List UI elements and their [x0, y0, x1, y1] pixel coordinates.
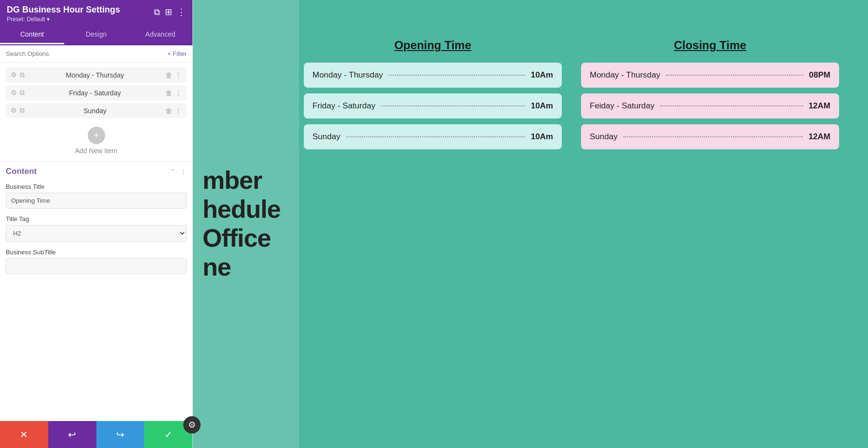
panel-header-text: DG Business Hour Settings Preset: Defaul… [7, 5, 120, 23]
copy-icon[interactable]: ⧉ [20, 71, 25, 79]
filter-button[interactable]: + Filter [167, 50, 187, 57]
tab-advanced[interactable]: Advanced [128, 26, 192, 44]
items-list: ⚙ ⧉ Monday - Thursday 🗑 ⋮ ⚙ ⧉ Friday - S… [0, 63, 192, 118]
list-item: ⚙ ⧉ Monday - Thursday 🗑 ⋮ [6, 67, 187, 82]
gear-icon[interactable]: ⚙ [11, 106, 17, 115]
content-section-title: Content [6, 167, 37, 176]
undo-button[interactable]: ↩ [48, 421, 96, 448]
opening-row-1: Monday - Thursday 10Am [304, 63, 562, 88]
more-icon[interactable]: ⋮ [180, 168, 187, 175]
gear-icon[interactable]: ⚙ [11, 71, 17, 79]
dots [666, 75, 803, 76]
business-subtitle-group: Business SubTitle [6, 249, 187, 274]
search-bar: + Filter [0, 45, 192, 63]
copy-icon[interactable]: ⧉ [20, 89, 25, 97]
item-right-icons: 🗑 ⋮ [165, 71, 182, 79]
content-section-header: Content ⌃ ⋮ [6, 167, 187, 176]
panel-header-icons: ⧉ ⊞ ⋮ [154, 7, 186, 17]
tab-content[interactable]: Content [0, 26, 64, 44]
opening-row-2: Friday - Saturday 10Am [304, 93, 562, 119]
title-tag-group: Title Tag H2 H1 H3 H4 H5 H6 p span [6, 215, 187, 242]
columns-icon[interactable]: ⊞ [165, 7, 172, 17]
dots [346, 136, 525, 137]
preview-overlay: mberheduleOfficene [193, 0, 299, 448]
closing-row-3: Sunday 12AM [581, 124, 839, 149]
item-right-icons: 🗑 ⋮ [165, 89, 182, 97]
preview-panel: mberheduleOfficene Opening Time Monday -… [193, 0, 868, 448]
closing-day-1: Monday - Thursday [590, 70, 660, 80]
opening-title: Opening Time [304, 39, 562, 52]
left-panel: DG Business Hour Settings Preset: Defaul… [0, 0, 193, 448]
closing-time-2: 12AM [809, 101, 830, 111]
redo-button[interactable]: ↪ [96, 421, 145, 448]
item-label-2: Friday - Saturday [28, 89, 162, 97]
closing-day-2: Feiday - Saturday [590, 101, 654, 111]
delete-icon[interactable]: 🗑 [165, 89, 172, 97]
opening-day-3: Sunday [312, 132, 340, 142]
opening-time-3: 10Am [531, 132, 553, 142]
panel-tabs: Content Design Advanced [0, 26, 192, 45]
panel-title: DG Business Hour Settings [7, 5, 120, 15]
panel-preset[interactable]: Preset: Default ▾ [7, 16, 120, 23]
closing-title: Closing Time [581, 39, 839, 52]
dots [389, 75, 525, 76]
content-section-actions: ⌃ ⋮ [170, 168, 187, 175]
list-item: ⚙ ⧉ Sunday 🗑 ⋮ [6, 103, 187, 118]
business-subtitle-input[interactable] [6, 258, 187, 274]
dots [624, 136, 803, 137]
content-section: Content ⌃ ⋮ Business Title Title Tag H2 … [0, 161, 192, 448]
closing-column: Closing Time Monday - Thursday 08PM Feid… [581, 39, 839, 155]
closing-row-1: Monday - Thursday 08PM [581, 63, 839, 88]
opening-day-1: Monday - Thursday [312, 70, 383, 80]
opening-row-3: Sunday 10Am [304, 124, 562, 149]
floating-settings-icon[interactable]: ⚙ [183, 416, 201, 434]
item-label-1: Monday - Thursday [28, 71, 162, 79]
copy-icon[interactable]: ⧉ [20, 106, 25, 115]
more-icon[interactable]: ⋮ [177, 7, 186, 17]
item-right-icons: 🗑 ⋮ [165, 107, 182, 115]
search-input[interactable] [6, 50, 163, 57]
panel-actions: ✕ ↩ ↪ ✓ [0, 421, 192, 448]
more-icon[interactable]: ⋮ [175, 107, 182, 115]
add-new-icon[interactable]: + [88, 127, 105, 144]
opening-column: Opening Time Monday - Thursday 10Am Frid… [304, 39, 562, 155]
closing-day-3: Sunday [590, 132, 618, 142]
tab-design[interactable]: Design [64, 26, 128, 44]
panel-header: DG Business Hour Settings Preset: Defaul… [0, 0, 192, 26]
more-icon[interactable]: ⋮ [175, 89, 182, 97]
add-new-item[interactable]: + Add New Item [0, 118, 192, 159]
preview-content: Opening Time Monday - Thursday 10Am Frid… [304, 39, 839, 155]
gear-icon[interactable]: ⚙ [11, 89, 17, 97]
business-subtitle-label: Business SubTitle [6, 249, 187, 256]
add-new-label: Add New Item [75, 147, 118, 155]
delete-icon[interactable]: 🗑 [165, 71, 172, 79]
more-icon[interactable]: ⋮ [175, 71, 182, 79]
opening-day-2: Friday - Saturday [312, 101, 375, 111]
cancel-button[interactable]: ✕ [0, 421, 48, 448]
item-left-icons: ⚙ ⧉ [11, 71, 25, 79]
title-tag-label: Title Tag [6, 215, 187, 223]
overlay-text: mberheduleOfficene [203, 166, 299, 281]
item-left-icons: ⚙ ⧉ [11, 89, 25, 97]
item-left-icons: ⚙ ⧉ [11, 106, 25, 115]
business-title-input[interactable] [6, 193, 187, 209]
opening-time-2: 10Am [531, 101, 553, 111]
window-icon[interactable]: ⧉ [154, 7, 160, 17]
closing-time-3: 12AM [809, 132, 830, 142]
item-label-3: Sunday [28, 107, 162, 115]
dots [381, 105, 525, 106]
list-item: ⚙ ⧉ Friday - Saturday 🗑 ⋮ [6, 85, 187, 100]
opening-time-1: 10Am [531, 70, 553, 80]
business-title-group: Business Title [6, 183, 187, 209]
collapse-icon[interactable]: ⌃ [170, 168, 176, 175]
dots [660, 105, 802, 106]
delete-icon[interactable]: 🗑 [165, 107, 172, 115]
closing-time-1: 08PM [809, 70, 830, 80]
business-title-label: Business Title [6, 183, 187, 190]
title-tag-select[interactable]: H2 H1 H3 H4 H5 H6 p span [6, 225, 187, 242]
closing-row-2: Feiday - Saturday 12AM [581, 93, 839, 119]
